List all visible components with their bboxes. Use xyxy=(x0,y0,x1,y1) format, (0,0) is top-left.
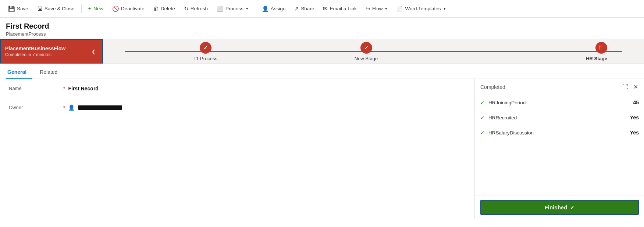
hrrecruited-value: Yes xyxy=(630,115,639,120)
stage-hr-stage[interactable]: 🚩 HR Stage xyxy=(446,42,622,61)
share-icon: ↗ xyxy=(294,6,299,12)
form-area: Name * First Record Owner * 👤 xyxy=(0,79,475,219)
hrsalarydiscussion-value: Yes xyxy=(630,130,639,136)
hrjoiningperiod-value: 45 xyxy=(633,100,639,105)
refresh-button[interactable]: ↻ Refresh xyxy=(180,4,211,14)
save-icon: 💾 xyxy=(8,6,15,12)
hrrecruited-label: HRRecruited xyxy=(488,115,630,120)
tab-related[interactable]: Related xyxy=(38,65,63,79)
hrsalarydiscussion-label: HRSalaryDiscussion xyxy=(488,130,630,136)
form-row-owner: Owner * 👤 xyxy=(0,98,474,117)
field-row-hrrecruited: ✓ HRRecruited Yes xyxy=(475,110,644,125)
assign-icon: 👤 xyxy=(262,6,269,12)
hrjoiningperiod-label: HRJoiningPeriod xyxy=(488,100,633,105)
deactivate-icon: 🚫 xyxy=(112,6,119,12)
save-close-icon: 🖫 xyxy=(37,6,43,12)
stage-new-circle: ✓ xyxy=(360,42,372,54)
finished-checkmark-icon: ✓ xyxy=(570,205,574,210)
process-button[interactable]: ⬜ Process ▾ xyxy=(213,4,252,14)
side-panel: Completed ⛶ ✕ ✓ HRJoiningPeriod 45 ✓ HRR… xyxy=(475,79,644,219)
finished-btn-container: Finished ✓ xyxy=(475,195,644,219)
word-templates-icon: 📄 xyxy=(396,6,403,12)
flow-button[interactable]: ↪ Flow ▾ xyxy=(362,4,391,14)
finished-label: Finished xyxy=(545,204,567,210)
check-hrsalarydiscussion: ✓ xyxy=(480,130,485,136)
deactivate-button[interactable]: 🚫 Deactivate xyxy=(108,4,148,14)
main-area: Name * First Record Owner * 👤 Completed … xyxy=(0,79,644,219)
side-panel-header: Completed ⛶ ✕ xyxy=(475,79,644,95)
toolbar: 💾 Save 🖫 Save & Close + New 🚫 Deactivate… xyxy=(0,0,644,18)
page-header: First Record PlacementProcess xyxy=(0,18,644,39)
name-required: * xyxy=(63,86,65,91)
flow-dropdown-arrow: ▾ xyxy=(385,6,387,11)
process-icon: ⬜ xyxy=(217,6,224,12)
email-icon: ✉ xyxy=(323,6,328,12)
expand-panel-button[interactable]: ⛶ xyxy=(622,83,629,91)
tabs-bar: General Related xyxy=(0,65,644,79)
finished-button[interactable]: Finished ✓ xyxy=(480,200,639,215)
stage-l1-process[interactable]: ✓ L1 Process xyxy=(125,42,286,61)
field-row-hrjoiningperiod: ✓ HRJoiningPeriod 45 xyxy=(475,95,644,110)
tab-general[interactable]: General xyxy=(6,65,32,79)
owner-required: * xyxy=(63,105,65,111)
stage-pipeline: ✓ L1 Process ✓ New Stage 🚩 HR Stage xyxy=(103,39,644,64)
word-templates-button[interactable]: 📄 Word Templates ▾ xyxy=(392,4,449,14)
owner-label: Owner xyxy=(9,105,60,110)
name-label: Name xyxy=(9,86,60,91)
side-panel-icons: ⛶ ✕ xyxy=(622,83,639,91)
flow-collapse-button[interactable]: ❮ xyxy=(89,47,98,56)
page-title: First Record xyxy=(6,22,638,30)
stage-new-label: New Stage xyxy=(355,56,378,61)
field-row-hrsalarydiscussion: ✓ HRSalaryDiscussion Yes xyxy=(475,125,644,140)
name-value[interactable]: First Record xyxy=(68,86,98,91)
save-button[interactable]: 💾 Save xyxy=(4,4,32,14)
owner-bar xyxy=(78,105,122,110)
flow-sidebar-block[interactable]: PlacementBusinessFlow Completed in 7 min… xyxy=(0,39,103,64)
close-panel-button[interactable]: ✕ xyxy=(633,83,639,91)
owner-value[interactable]: 👤 xyxy=(68,104,122,111)
process-dropdown-arrow: ▾ xyxy=(246,6,248,11)
page-subtitle: PlacementProcess xyxy=(6,31,638,37)
stage-new-stage[interactable]: ✓ New Stage xyxy=(286,42,446,61)
new-button[interactable]: + New xyxy=(85,4,107,14)
flow-name: PlacementBusinessFlow xyxy=(5,46,89,51)
flow-sub: Completed in 7 minutes xyxy=(5,52,89,57)
flow-icon: ↪ xyxy=(366,6,370,12)
side-panel-title: Completed xyxy=(480,84,622,90)
stage-l1-circle: ✓ xyxy=(200,42,211,54)
stage-hr-circle: 🚩 xyxy=(595,42,607,54)
stage-fields: ✓ HRJoiningPeriod 45 ✓ HRRecruited Yes ✓… xyxy=(475,95,644,195)
delete-button[interactable]: 🗑 Delete xyxy=(150,4,179,14)
assign-button[interactable]: 👤 Assign xyxy=(258,4,289,14)
stage-hr-label: HR Stage xyxy=(586,56,607,61)
stage-l1-label: L1 Process xyxy=(193,56,217,61)
check-hrjoiningperiod: ✓ xyxy=(480,100,485,105)
email-link-button[interactable]: ✉ Email a Link xyxy=(319,4,360,14)
share-button[interactable]: ↗ Share xyxy=(291,4,318,14)
owner-icon: 👤 xyxy=(68,104,75,111)
check-hrrecruited: ✓ xyxy=(480,115,485,120)
refresh-icon: ↻ xyxy=(184,6,189,12)
divider-1 xyxy=(81,4,82,13)
save-close-button[interactable]: 🖫 Save & Close xyxy=(33,4,78,14)
flow-bar: PlacementBusinessFlow Completed in 7 min… xyxy=(0,39,644,64)
flow-sidebar-text: PlacementBusinessFlow Completed in 7 min… xyxy=(5,46,89,57)
word-templates-dropdown-arrow: ▾ xyxy=(444,6,446,11)
form-row-name: Name * First Record xyxy=(0,79,474,98)
delete-icon: 🗑 xyxy=(153,6,159,12)
divider-2 xyxy=(255,4,255,13)
new-icon: + xyxy=(88,6,92,12)
